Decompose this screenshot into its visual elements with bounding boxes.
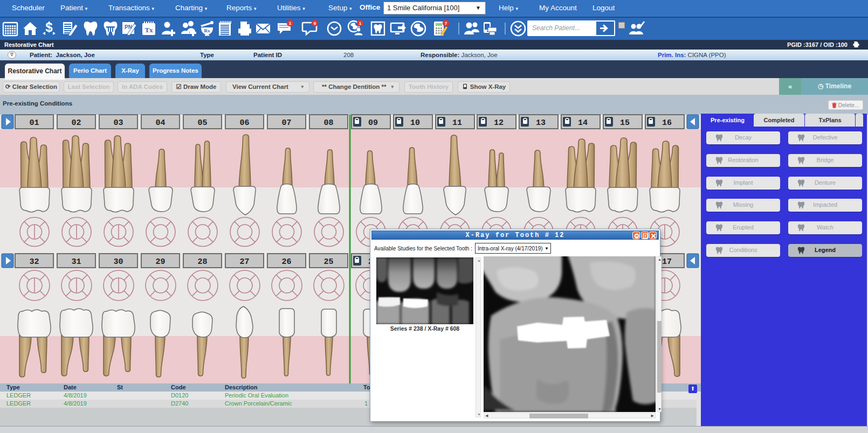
svg-text:05: 05 [197, 118, 207, 128]
svg-text:12: 12 [494, 118, 504, 128]
svg-text:7: 7 [445, 21, 447, 26]
svg-text:15: 15 [620, 118, 630, 128]
svg-text:17: 17 [662, 257, 672, 267]
svg-text:28: 28 [197, 257, 207, 267]
svg-text:1: 1 [359, 21, 362, 26]
svg-text:09: 09 [368, 118, 378, 128]
svg-text:32: 32 [29, 257, 39, 267]
svg-text:14: 14 [578, 118, 588, 128]
svg-text:10: 10 [410, 118, 420, 128]
svg-text:Rx: Rx [204, 28, 210, 33]
svg-text:02: 02 [71, 118, 81, 128]
svg-text:04: 04 [155, 118, 165, 128]
svg-text:Tx: Tx [144, 26, 153, 34]
svg-text:13: 13 [536, 118, 546, 128]
svg-text:30: 30 [113, 257, 123, 267]
svg-text:01: 01 [29, 118, 39, 128]
svg-text:16: 16 [662, 118, 672, 128]
svg-text:31: 31 [71, 257, 81, 267]
svg-text:29: 29 [155, 257, 165, 267]
svg-text:0: 0 [314, 21, 316, 26]
svg-text:11: 11 [452, 118, 462, 128]
svg-text:07: 07 [281, 118, 291, 128]
svg-text:1: 1 [289, 21, 292, 26]
svg-text:27: 27 [239, 257, 249, 267]
svg-text:08: 08 [323, 118, 333, 128]
svg-text:06: 06 [239, 118, 249, 128]
svg-text:26: 26 [281, 257, 291, 267]
svg-text:03: 03 [113, 118, 123, 128]
svg-text:25: 25 [323, 257, 333, 267]
